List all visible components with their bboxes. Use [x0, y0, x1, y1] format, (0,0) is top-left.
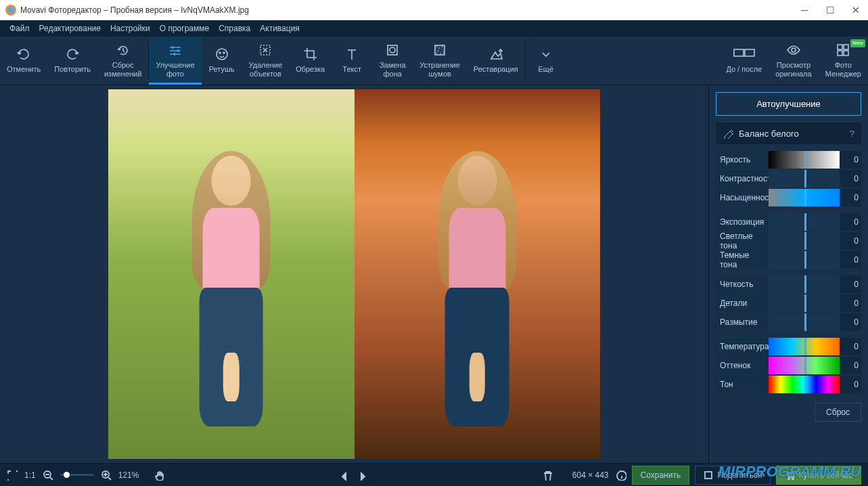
- crop-label: Обрезка: [296, 65, 325, 74]
- contrast-label: Контрастность: [716, 170, 769, 187]
- svg-rect-11: [844, 45, 848, 49]
- reset-changes-button[interactable]: Сброс изменений: [97, 37, 148, 85]
- contrast-slider[interactable]: [769, 170, 840, 187]
- menu-about[interactable]: О программе: [160, 24, 209, 33]
- reset-sliders-button[interactable]: Сброс: [815, 403, 861, 422]
- manager-label: Фото Менеджер: [825, 61, 861, 79]
- denoise-label: Устранение шумов: [419, 61, 460, 79]
- share-button[interactable]: Поделиться: [695, 466, 771, 485]
- details-slider[interactable]: [769, 294, 840, 312]
- sharpness-slider[interactable]: [769, 275, 840, 293]
- saturation-label: Насыщенность: [716, 189, 769, 206]
- restore-icon: [488, 47, 503, 62]
- face-icon: [214, 47, 229, 62]
- auto-enhance-button[interactable]: Автоулучшение: [716, 92, 861, 116]
- text-icon: [344, 47, 359, 62]
- hue-slider[interactable]: [769, 376, 840, 393]
- restore-button[interactable]: Реставрация: [467, 37, 525, 85]
- exposure-slider[interactable]: [769, 213, 840, 231]
- more-button[interactable]: Ещё: [526, 37, 566, 85]
- remove-objects-button[interactable]: Удаление объектов: [242, 37, 290, 85]
- svg-point-19: [792, 479, 794, 480]
- buy-button[interactable]: Купить сейчас: [776, 466, 861, 485]
- grid-icon: [836, 43, 850, 58]
- toolbar: Отменить Повторить Сброс изменений Улучш…: [0, 37, 868, 85]
- zoom-out-icon[interactable]: [43, 470, 53, 481]
- restore-label: Реставрация: [474, 65, 518, 74]
- slider-group-detail: Четкость0 Детали0 Размытие0: [716, 275, 861, 331]
- enhance-button[interactable]: Улучшение фото: [149, 37, 201, 85]
- denoise-button[interactable]: Устранение шумов: [413, 37, 467, 85]
- saturation-slider[interactable]: [769, 189, 840, 206]
- after-image: [355, 89, 601, 459]
- shadows-label: Темные тона: [716, 251, 769, 269]
- close-button[interactable]: ✕: [849, 5, 863, 16]
- menu-activation[interactable]: Активация: [260, 24, 300, 33]
- svg-rect-7: [734, 49, 744, 56]
- svg-rect-12: [838, 51, 842, 56]
- sliders-icon: [168, 43, 183, 58]
- white-balance-row[interactable]: Баланс белого ?: [716, 123, 861, 144]
- minimize-button[interactable]: ─: [798, 5, 811, 16]
- temperature-label: Температура: [716, 338, 769, 355]
- zoom-slider[interactable]: [60, 474, 94, 476]
- share-icon: [704, 470, 713, 480]
- crop-button[interactable]: Обрезка: [289, 37, 332, 85]
- blur-slider[interactable]: [769, 313, 840, 331]
- bg-swap-button[interactable]: Замена фона: [372, 37, 413, 85]
- brightness-value: 0: [840, 151, 861, 169]
- erase-icon: [258, 43, 273, 58]
- redo-label: Повторить: [54, 65, 91, 74]
- text-label: Текст: [342, 65, 361, 74]
- adjustments-panel: Автоулучшение Баланс белого ? Яркость0 К…: [708, 85, 868, 463]
- app-icon: [5, 5, 16, 16]
- zoom-in-icon[interactable]: [101, 470, 112, 481]
- info-icon[interactable]: [616, 470, 626, 481]
- sharpness-value: 0: [840, 275, 861, 293]
- help-icon[interactable]: ?: [850, 129, 854, 139]
- prev-icon[interactable]: [339, 470, 350, 481]
- svg-rect-4: [388, 45, 397, 55]
- details-value: 0: [840, 294, 861, 312]
- chevron-down-icon: [539, 47, 553, 62]
- slider-group-light: Экспозиция0 Светлые тона0 Темные тона0: [716, 213, 861, 269]
- hand-icon[interactable]: [154, 470, 164, 481]
- highlights-slider[interactable]: [769, 232, 840, 250]
- svg-rect-17: [705, 472, 712, 479]
- shadows-value: 0: [840, 251, 861, 269]
- next-icon[interactable]: [357, 470, 367, 481]
- fullscreen-icon[interactable]: [7, 470, 18, 481]
- before-after-preview: [108, 89, 600, 459]
- menu-help[interactable]: Справка: [219, 24, 250, 33]
- eyedropper-icon: [723, 128, 733, 139]
- canvas[interactable]: [0, 85, 708, 463]
- svg-rect-10: [838, 45, 842, 49]
- menu-settings[interactable]: Настройки: [110, 24, 150, 33]
- svg-point-0: [216, 49, 227, 60]
- tint-slider[interactable]: [769, 357, 840, 374]
- slider-group-basic: Яркость0 Контрастность0 Насыщенность0: [716, 151, 861, 206]
- zoom-ratio[interactable]: 1:1: [24, 470, 36, 480]
- shadows-slider[interactable]: [769, 251, 840, 269]
- before-after-button[interactable]: До / после: [719, 37, 769, 85]
- view-original-button[interactable]: Просмотр оригинала: [769, 37, 818, 85]
- photo-manager-button[interactable]: New Фото Менеджер: [819, 37, 868, 85]
- svg-point-1: [219, 52, 221, 53]
- undo-button[interactable]: Отменить: [0, 37, 47, 85]
- save-button[interactable]: Сохранить: [632, 466, 690, 485]
- menu-edit[interactable]: Редактирование: [39, 24, 101, 33]
- menu-file[interactable]: Файл: [9, 24, 30, 33]
- maximize-button[interactable]: ☐: [823, 5, 837, 16]
- redo-button[interactable]: Повторить: [47, 37, 97, 85]
- text-button[interactable]: Текст: [332, 37, 372, 85]
- trash-icon[interactable]: [541, 470, 552, 481]
- highlights-value: 0: [840, 232, 861, 250]
- undo-label: Отменить: [7, 65, 41, 74]
- undo-icon: [16, 47, 31, 62]
- slider-group-color: Температура0 Оттенок0 Тон0: [716, 338, 861, 393]
- bgswap-icon: [385, 43, 400, 58]
- white-balance-label: Баланс белого: [739, 129, 799, 139]
- retouch-button[interactable]: Ретушь: [202, 37, 242, 85]
- brightness-slider[interactable]: [769, 151, 840, 169]
- temperature-slider[interactable]: [769, 338, 840, 355]
